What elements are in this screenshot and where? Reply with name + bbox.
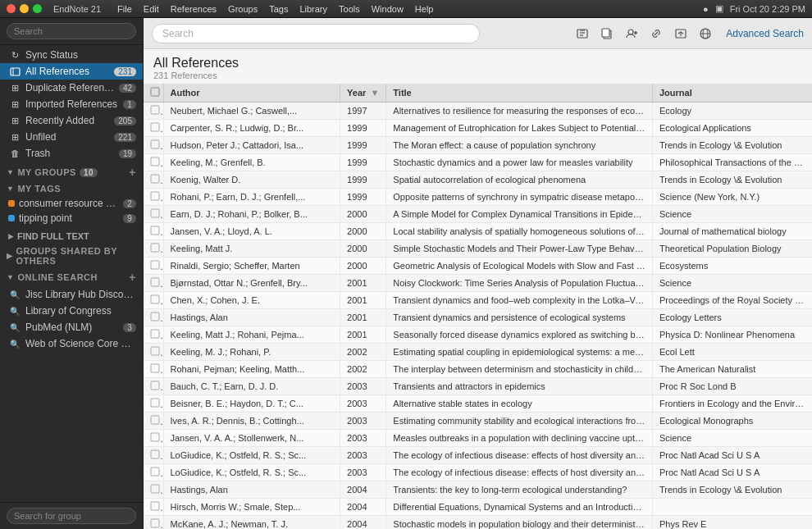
table-row[interactable]: Chen, X.; Cohen, J. E. 2001 Transient dy… — [144, 292, 812, 309]
row-check[interactable] — [144, 326, 163, 344]
row-check[interactable] — [144, 189, 163, 206]
table-row[interactable]: Koenig, Walter D. 1999 Spatial autocorre… — [144, 171, 812, 189]
col-header-check[interactable] — [144, 84, 163, 103]
sidebar-item-unfiled[interactable]: ⊞ Unfiled 221 — [0, 129, 143, 145]
table-row[interactable]: Jansen, V. A.; Lloyd, A. L. 2000 Local s… — [144, 223, 812, 240]
table-row[interactable]: Bjørnstad, Ottar N.; Grenfell, Bry... 20… — [144, 275, 812, 292]
groups-shared-header[interactable]: ▶ GROUPS SHARED BY OTHERS — [0, 244, 143, 268]
table-row[interactable]: Hastings, Alan 2001 Transient dynamics a… — [144, 309, 812, 326]
row-check[interactable] — [144, 258, 163, 275]
find-full-text-label: FIND FULL TEXT — [17, 231, 136, 241]
my-groups-header[interactable]: ▼ MY GROUPS 10 + — [0, 163, 143, 181]
table-row[interactable]: Carpenter, S. R.; Ludwig, D.; Br... 1999… — [144, 120, 812, 137]
menu-references[interactable]: References — [171, 4, 217, 14]
table-row[interactable]: Hudson, Peter J.; Cattadori, Isa... 1999… — [144, 137, 812, 154]
menu-window[interactable]: Window — [372, 4, 404, 14]
sidebar-item-recently-added[interactable]: ⊞ Recently Added 205 — [0, 112, 143, 129]
menu-groups[interactable]: Groups — [228, 4, 258, 14]
table-row[interactable]: Rohani, P.; Earn, D. J.; Grenfell,... 19… — [144, 189, 812, 206]
globe-icon[interactable] — [696, 25, 714, 43]
row-check[interactable] — [144, 499, 163, 516]
table-row[interactable]: LoGiudice, K.; Ostfeld, R. S.; Sc... 200… — [144, 447, 812, 464]
references-table-container[interactable]: Author Year ▼ Title Journal — [144, 84, 812, 529]
sidebar-item-tag-tipping[interactable]: tipping point 9 — [0, 211, 143, 226]
row-check[interactable] — [144, 292, 163, 309]
sidebar-item-jisc[interactable]: 🔍 Jisc Library Hub Discover — [0, 286, 143, 303]
table-row[interactable]: Ives, A. R.; Dennis, B.; Cottingh... 200… — [144, 413, 812, 430]
table-row[interactable]: Keeling, M.; Grenfell, B. 1999 Stochasti… — [144, 154, 812, 171]
table-row[interactable]: Jansen, V. A. A.; Stollenwerk, N... 2003… — [144, 430, 812, 447]
row-check[interactable] — [144, 464, 163, 481]
table-row[interactable]: Hirsch, Morris W.; Smale, Step... 2004 D… — [144, 499, 812, 516]
row-check[interactable] — [144, 447, 163, 464]
row-check[interactable] — [144, 103, 163, 120]
row-check[interactable] — [144, 516, 163, 530]
row-check[interactable] — [144, 413, 163, 430]
sidebar-item-find-full-text[interactable]: ▶ FIND FULL TEXT — [0, 229, 143, 244]
table-row[interactable]: Beisner, B. E.; Haydon, D. T.; C... 2003… — [144, 395, 812, 413]
quote-icon[interactable] — [573, 25, 591, 43]
table-row[interactable]: Hastings, Alan 2004 Transients: the key … — [144, 481, 812, 499]
table-row[interactable]: Neubert, Michael G.; Caswell,... 1997 Al… — [144, 103, 812, 120]
sidebar-item-imported-references[interactable]: ⊞ Imported References 1 — [0, 96, 143, 112]
table-row[interactable]: Keeling, M. J.; Rohani, P. 2002 Estimati… — [144, 344, 812, 361]
add-online-search-button[interactable]: + — [129, 271, 136, 284]
row-check[interactable] — [144, 395, 163, 413]
table-row[interactable]: Keeling, Matt J.; Rohani, Pejma... 2001 … — [144, 326, 812, 344]
row-check[interactable] — [144, 309, 163, 326]
search-input[interactable] — [152, 24, 480, 43]
row-check[interactable] — [144, 240, 163, 258]
row-check[interactable] — [144, 137, 163, 154]
maximize-button[interactable] — [33, 4, 42, 13]
menu-help[interactable]: Help — [415, 4, 434, 14]
row-check[interactable] — [144, 223, 163, 240]
table-row[interactable]: Rohani, Pejman; Keeling, Matth... 2002 T… — [144, 361, 812, 378]
row-check[interactable] — [144, 120, 163, 137]
menu-library[interactable]: Library — [299, 4, 327, 14]
svg-rect-31 — [151, 347, 159, 355]
menu-edit[interactable]: Edit — [144, 4, 159, 14]
menu-file[interactable]: File — [117, 4, 132, 14]
menu-tools[interactable]: Tools — [339, 4, 360, 14]
online-search-header[interactable]: ▼ ONLINE SEARCH + — [0, 268, 143, 286]
table-row[interactable]: Keeling, Matt J. 2000 Simple Stochastic … — [144, 240, 812, 258]
menu-tags[interactable]: Tags — [269, 4, 288, 14]
sidebar-item-trash[interactable]: 🗑 Trash 19 — [0, 145, 143, 162]
col-header-year[interactable]: Year ▼ — [340, 84, 386, 103]
sidebar-item-all-references[interactable]: All References 231 — [0, 63, 143, 80]
table-row[interactable]: LoGiudice, K.; Ostfeld, R. S.; Sc... 200… — [144, 464, 812, 481]
table-row[interactable]: Rinaldi, Sergio; Scheffer, Marten 2000 G… — [144, 258, 812, 275]
sidebar-item-library-of-congress[interactable]: 🔍 Library of Congress — [0, 303, 143, 319]
minimize-button[interactable] — [20, 4, 29, 13]
copy-icon[interactable] — [598, 25, 616, 43]
link-icon[interactable] — [647, 25, 665, 43]
row-check[interactable] — [144, 378, 163, 395]
advanced-search-button[interactable]: Advanced Search — [726, 28, 804, 39]
col-header-author[interactable]: Author — [163, 84, 340, 103]
sidebar-item-sync-status[interactable]: ↻ Sync Status — [0, 47, 143, 63]
col-header-title[interactable]: Title — [386, 84, 653, 103]
sidebar-item-web-of-science[interactable]: 🔍 Web of Science Core Collectio... — [0, 335, 143, 352]
col-header-journal[interactable]: Journal — [652, 84, 812, 103]
group-search-input[interactable] — [7, 508, 136, 524]
row-check[interactable] — [144, 275, 163, 292]
export-icon[interactable] — [672, 25, 690, 43]
my-tags-header[interactable]: ▼ MY TAGS — [0, 181, 143, 196]
sidebar-search-input[interactable] — [7, 23, 136, 39]
row-check[interactable] — [144, 430, 163, 447]
row-check[interactable] — [144, 206, 163, 223]
row-check[interactable] — [144, 344, 163, 361]
close-button[interactable] — [7, 4, 16, 13]
sidebar-item-pubmed[interactable]: 🔍 PubMed (NLM) 3 — [0, 319, 143, 335]
sidebar-item-tag-consumer[interactable]: consumer resource model 2 — [0, 196, 143, 211]
table-row[interactable]: Bauch, C. T.; Earn, D. J. D. 2003 Transi… — [144, 378, 812, 395]
table-row[interactable]: Earn, D. J.; Rohani, P.; Bolker, B... 20… — [144, 206, 812, 223]
add-group-button[interactable]: + — [129, 166, 136, 179]
add-person-icon[interactable] — [623, 25, 641, 43]
row-check[interactable] — [144, 154, 163, 171]
row-check[interactable] — [144, 171, 163, 189]
row-check[interactable] — [144, 361, 163, 378]
table-row[interactable]: McKane, A. J.; Newman, T. J. 2004 Stocha… — [144, 516, 812, 530]
row-check[interactable] — [144, 481, 163, 499]
sidebar-item-duplicate-references[interactable]: ⊞ Duplicate References 42 — [0, 80, 143, 96]
